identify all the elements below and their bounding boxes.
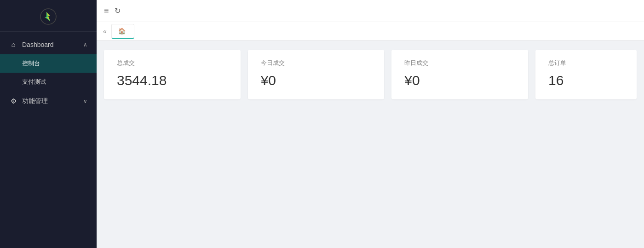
- stat-yesterday-transaction-value: ¥0: [404, 73, 515, 88]
- sidebar-item-console[interactable]: 控制台: [0, 54, 97, 73]
- sidebar-logo: [0, 0, 97, 32]
- content-area: 总成交 3544.18 今日成交 ¥0 昨日成交 ¥0 总订单 16: [97, 40, 644, 248]
- tabs-bar: « 🏠: [97, 22, 644, 40]
- topbar: ≡ ↻: [97, 0, 644, 22]
- app-logo-icon: [40, 8, 57, 25]
- stat-card-yesterday-transaction: 昨日成交 ¥0: [391, 50, 528, 99]
- nav-group-dashboard: ⌂ Dashboard ∧ 控制台 支付测试: [0, 35, 97, 91]
- sidebar-item-dashboard[interactable]: ⌂ Dashboard ∧: [0, 35, 97, 54]
- sidebar-navigation: ⌂ Dashboard ∧ 控制台 支付测试 ⚙ 功能管理 ∨: [0, 32, 97, 248]
- stat-total-transaction-value: 3544.18: [117, 73, 228, 88]
- tab-home[interactable]: 🏠: [111, 24, 134, 39]
- stat-yesterday-transaction-label: 昨日成交: [404, 59, 515, 67]
- stat-total-orders-label: 总订单: [548, 59, 624, 67]
- stat-card-total-transaction: 总成交 3544.18: [104, 50, 241, 99]
- main-area: ≡ ↻ « 🏠 总成交 3544.18 今日成交 ¥0 昨日成交 ¥0 总订单: [97, 0, 644, 248]
- nav-group-function-management: ⚙ 功能管理 ∨: [0, 91, 97, 111]
- stat-total-transaction-label: 总成交: [117, 59, 228, 67]
- stat-card-today-transaction: 今日成交 ¥0: [248, 50, 385, 99]
- stat-today-transaction-label: 今日成交: [261, 59, 372, 67]
- menu-toggle-icon[interactable]: ≡: [104, 6, 109, 16]
- chevron-up-icon: ∧: [83, 41, 87, 48]
- sidebar-item-payment-test-label: 支付测试: [22, 78, 46, 86]
- home-icon: ⌂: [9, 40, 17, 48]
- chevron-down-icon: ∨: [83, 98, 87, 104]
- refresh-icon[interactable]: ↻: [115, 6, 121, 15]
- home-tab-icon: 🏠: [118, 28, 126, 35]
- sidebar: ⌂ Dashboard ∧ 控制台 支付测试 ⚙ 功能管理 ∨: [0, 0, 97, 248]
- gear-icon: ⚙: [9, 97, 17, 105]
- tabs-back-button[interactable]: «: [100, 26, 109, 37]
- sidebar-item-console-label: 控制台: [22, 59, 40, 68]
- stat-card-total-orders: 总订单 16: [535, 50, 637, 99]
- stat-today-transaction-value: ¥0: [261, 73, 372, 88]
- stats-row: 总成交 3544.18 今日成交 ¥0 昨日成交 ¥0 总订单 16: [104, 50, 637, 99]
- stat-total-orders-value: 16: [548, 73, 624, 88]
- sidebar-item-function-management[interactable]: ⚙ 功能管理 ∨: [0, 91, 97, 111]
- sidebar-item-function-management-label: 功能管理: [22, 97, 83, 105]
- sidebar-item-payment-test[interactable]: 支付测试: [0, 73, 97, 91]
- sidebar-item-dashboard-label: Dashboard: [22, 41, 83, 48]
